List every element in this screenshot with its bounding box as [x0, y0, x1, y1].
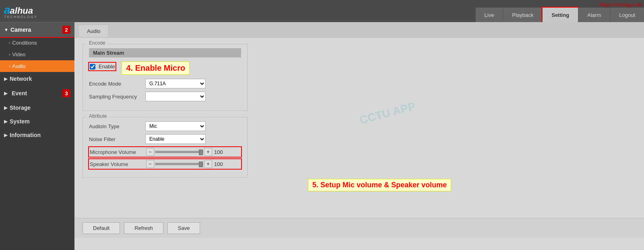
nav-logout[interactable]: Logout [610, 8, 644, 22]
sidebar-camera-section[interactable]: ▼ Camera 2 [0, 22, 74, 37]
mic-volume-increase-button[interactable]: + [204, 148, 212, 156]
sidebar-system-section[interactable]: ▶ System [0, 115, 74, 128]
mic-volume-thumb[interactable] [199, 150, 203, 155]
sidebar-video-label: Video [12, 51, 25, 57]
speaker-volume-track [155, 163, 203, 165]
sidebar-information-label: Information [10, 132, 41, 138]
mic-volume-fill [155, 151, 203, 153]
nav-live[interactable]: Live [475, 8, 503, 22]
enable-label: Enable [99, 64, 115, 70]
attribute-section: Attribute AudioIn Type Mic LineIn Noise … [83, 117, 248, 178]
logo-brand: alhua [10, 6, 33, 16]
enable-row[interactable]: Enable [89, 63, 116, 70]
camera-badge: 2 [62, 26, 70, 34]
mic-volume-row: Microphone Volume − + 100 [89, 147, 241, 157]
sidebar-network-label: Network [10, 76, 32, 82]
logo-text: a [4, 4, 10, 16]
noise-filter-row: Noise Filter Enable Disable [89, 134, 241, 144]
speaker-volume-thumb[interactable] [199, 162, 203, 167]
sidebar-network-section[interactable]: ▶ Network [0, 72, 74, 86]
refresh-button[interactable]: Refresh [124, 222, 163, 234]
event-badge: 3 [62, 89, 70, 97]
audioin-select[interactable]: Mic LineIn [145, 121, 206, 131]
encode-mode-label: Encode Mode [89, 81, 145, 87]
sidebar-event-section[interactable]: ▶ Event 3 [0, 86, 74, 101]
sampling-freq-label: Sampling Frequency [89, 94, 145, 100]
sidebar-conditions-label: Conditions [12, 40, 37, 46]
header: aalhua TECHNOLOGY https://cctvapp.net Li… [0, 0, 644, 22]
annotation-enable: 4. Enable Micro [122, 61, 190, 75]
sidebar-storage-label: Storage [10, 105, 31, 111]
system-arrow-icon: ▶ [4, 119, 7, 124]
sidebar-item-video[interactable]: › Video [0, 49, 74, 60]
speaker-volume-value: 100 [214, 161, 223, 167]
main-content: Audio CCTU APP Encode Main Stream Enable… [74, 22, 644, 250]
logo-sub: TECHNOLOGY [4, 15, 37, 19]
camera-arrow-icon: ▼ [4, 27, 8, 32]
encode-mode-select[interactable]: G.711A G.711Mu G.726 G.729 [145, 79, 206, 88]
default-button[interactable]: Default [83, 222, 120, 234]
sidebar: ▼ Camera 2 › Conditions › Video › Audio … [0, 22, 74, 250]
network-arrow-icon: ▶ [4, 76, 7, 82]
sampling-freq-select[interactable] [145, 92, 206, 101]
mic-volume-track [155, 151, 203, 153]
encode-mode-row: Encode Mode G.711A G.711Mu G.726 G.729 [89, 79, 241, 88]
speaker-volume-decrease-button[interactable]: − [146, 160, 154, 168]
storage-arrow-icon: ▶ [4, 105, 7, 111]
speaker-volume-label: Speaker Volume [90, 161, 146, 167]
sidebar-system-label: System [10, 118, 30, 125]
bottom-bar: Default Refresh Save [74, 218, 644, 238]
audioin-row: AudioIn Type Mic LineIn [89, 121, 241, 131]
mic-volume-label: Microphone Volume [90, 149, 146, 155]
sidebar-item-audio[interactable]: › Audio [0, 60, 74, 72]
enable-checkbox[interactable] [90, 64, 95, 70]
attribute-section-label: Attribute [87, 113, 109, 119]
watermark: https://cctvapp.net [597, 1, 644, 8]
nav-alarm[interactable]: Alarm [578, 8, 610, 22]
tab-bar: Audio [74, 22, 644, 38]
mic-volume-decrease-button[interactable]: − [146, 148, 154, 156]
nav-playback[interactable]: Playback [503, 8, 542, 22]
audioin-label: AudioIn Type [89, 123, 145, 129]
information-arrow-icon: ▶ [4, 133, 7, 138]
speaker-volume-fill [155, 163, 203, 165]
stream-bar: Main Stream [89, 48, 241, 57]
sampling-freq-row: Sampling Frequency [89, 92, 241, 101]
audio-arrow-icon: › [9, 64, 10, 68]
save-button[interactable]: Save [167, 222, 200, 234]
mic-volume-value: 100 [214, 149, 223, 155]
speaker-volume-row: Speaker Volume − + 100 [89, 159, 241, 169]
video-arrow-icon: › [9, 52, 10, 57]
noise-filter-select[interactable]: Enable Disable [145, 134, 206, 144]
logo: aalhua TECHNOLOGY [4, 4, 37, 19]
sidebar-event-label: Event [12, 90, 60, 96]
sidebar-audio-label: Audio [12, 63, 25, 69]
sidebar-item-conditions[interactable]: › Conditions [0, 37, 74, 49]
content-area: Encode Main Stream Enable 4. Enable Micr… [74, 38, 644, 190]
sidebar-storage-section[interactable]: ▶ Storage [0, 101, 74, 115]
conditions-arrow-icon: › [9, 41, 10, 45]
event-arrow-icon: ▶ [4, 91, 7, 96]
encode-section: Encode Main Stream Enable 4. Enable Micr… [83, 44, 248, 111]
encode-section-label: Encode [87, 40, 107, 46]
noise-filter-label: Noise Filter [89, 136, 145, 142]
annotation-volume: 5. Setup Mic volume & Speaker volume [308, 179, 451, 191]
nav-setting[interactable]: Setting [542, 8, 578, 22]
sidebar-information-section[interactable]: ▶ Information [0, 128, 74, 142]
sidebar-camera-label: Camera [10, 27, 62, 33]
tab-audio[interactable]: Audio [78, 25, 109, 37]
speaker-volume-increase-button[interactable]: + [204, 160, 212, 168]
